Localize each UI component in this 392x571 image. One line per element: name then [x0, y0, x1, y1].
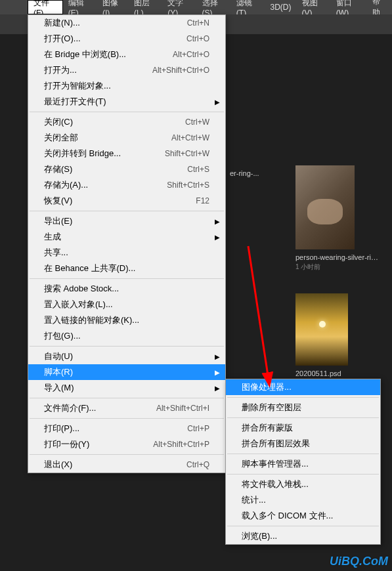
thumb-label: er-ring-... — [230, 169, 269, 177]
thumb-image — [295, 293, 348, 366]
menu-item[interactable]: 导出(E)▶ — [28, 213, 225, 229]
menubar-item[interactable]: 视图(V) — [297, 0, 331, 14]
submenu-arrow-icon: ▶ — [215, 353, 220, 360]
menu-item-shortcut: Ctrl+P — [187, 424, 209, 433]
menu-item-label: 导入(M) — [44, 382, 74, 394]
menu-item-label: 打包(G)... — [44, 330, 81, 342]
menubar-item[interactable]: 帮助 — [367, 0, 392, 14]
menu-item[interactable]: 新建(N)...Ctrl+N — [28, 15, 225, 31]
menu-item-label: 导出(E) — [44, 215, 72, 227]
menu-item-label: 最近打开文件(T) — [44, 96, 106, 108]
menu-item[interactable]: 打开(O)...Ctrl+O — [28, 31, 225, 47]
menu-item-label: 文件简介(F)... — [44, 402, 96, 414]
menu-item-label: 打开为智能对象... — [44, 80, 111, 92]
menu-item-label: 生成 — [44, 231, 61, 243]
menu-item[interactable]: 脚本事件管理器... — [226, 456, 380, 472]
menu-item[interactable]: 打开为智能对象... — [28, 78, 225, 94]
menu-item-shortcut: Ctrl+N — [187, 18, 209, 28]
menu-item-label: 共享... — [44, 247, 68, 259]
menu-item-label: 脚本事件管理器... — [242, 458, 309, 470]
menubar-item[interactable]: 图像(I) — [97, 0, 129, 14]
menu-item-label: 载入多个 DICOM 文件... — [242, 510, 333, 522]
menu-item-label: 在 Bridge 中浏览(B)... — [44, 49, 126, 60]
menu-item[interactable]: 打开为...Alt+Shift+Ctrl+O — [28, 62, 225, 78]
menu-item-label: 关闭并转到 Bridge... — [44, 148, 121, 159]
menu-item[interactable]: 文件简介(F)...Alt+Shift+Ctrl+I — [28, 400, 225, 416]
menu-item-label: 图像处理器... — [242, 381, 292, 393]
menu-separator — [30, 112, 224, 112]
menu-item-label: 打开(O)... — [44, 33, 81, 45]
menu-separator — [227, 454, 379, 454]
recent-file-card[interactable]: er-ring-... — [230, 165, 269, 177]
menu-item-label: 删除所有空图层 — [242, 402, 301, 413]
thumb-time: 1 小时前 — [295, 263, 381, 272]
menu-item[interactable]: 关闭(C)Ctrl+W — [28, 114, 225, 130]
menu-item[interactable]: 自动(U)▶ — [28, 349, 225, 364]
menu-item[interactable]: 关闭全部Alt+Ctrl+W — [28, 130, 225, 146]
menu-item[interactable]: 导入(M)▶ — [28, 380, 225, 396]
menu-item[interactable]: 置入链接的智能对象(K)... — [28, 312, 225, 328]
recent-file-card[interactable]: 20200511.psd 5月 10日, 12:22 中午 — [295, 293, 381, 388]
menu-item[interactable]: 共享... — [28, 245, 225, 261]
menu-item[interactable]: 打印(P)...Ctrl+P — [28, 421, 225, 436]
menu-item-shortcut: Shift+Ctrl+S — [167, 180, 209, 190]
menu-item[interactable]: 置入嵌入对象(L)... — [28, 297, 225, 312]
menu-item-shortcut: Ctrl+W — [185, 117, 209, 127]
menu-item[interactable]: 删除所有空图层 — [226, 400, 380, 415]
menu-separator — [30, 398, 224, 398]
menu-item[interactable]: 存储为(A)...Shift+Ctrl+S — [28, 177, 225, 193]
menu-item[interactable]: 拼合所有图层效果 — [226, 436, 380, 452]
thumb-image — [295, 165, 355, 249]
menubar-item[interactable]: 图层(L) — [129, 0, 162, 14]
menu-item-label: 在 Behance 上共享(D)... — [44, 263, 135, 274]
menu-separator — [227, 526, 379, 526]
menu-item[interactable]: 打包(G)... — [28, 328, 225, 344]
menubar-item[interactable]: 选择(S) — [197, 0, 231, 14]
menu-item-shortcut: Alt+Shift+Ctrl+O — [152, 66, 209, 75]
menu-item-shortcut: Shift+Ctrl+W — [165, 149, 209, 158]
menu-item-label: 打开为... — [44, 64, 77, 76]
menu-item-label: 关闭全部 — [44, 132, 78, 144]
menu-item[interactable]: 打印一份(Y)Alt+Shift+Ctrl+P — [28, 436, 225, 452]
recent-file-card[interactable]: person-wearing-silver-rin... 1 小时前 — [295, 165, 381, 272]
menubar-item[interactable]: 窗口(W) — [331, 0, 367, 14]
menu-item-label: 自动(U) — [44, 350, 73, 362]
menubar-item[interactable]: 滤镜(T) — [231, 0, 265, 14]
menu-item[interactable]: 图像处理器... — [226, 379, 380, 395]
menu-item[interactable]: 脚本(R)▶ — [28, 364, 225, 380]
menu-separator — [227, 397, 379, 398]
menu-item-label: 脚本(R) — [44, 366, 73, 378]
menu-item[interactable]: 载入多个 DICOM 文件... — [226, 508, 380, 524]
menu-item-label: 将文件载入堆栈... — [242, 478, 309, 490]
menu-item-shortcut: Alt+Shift+Ctrl+P — [153, 440, 209, 449]
menu-item-shortcut: F12 — [196, 196, 209, 205]
menu-item[interactable]: 在 Behance 上共享(D)... — [28, 261, 225, 276]
submenu-arrow-icon: ▶ — [215, 98, 220, 106]
menu-item[interactable]: 关闭并转到 Bridge...Shift+Ctrl+W — [28, 146, 225, 161]
menubar-item[interactable]: 文件(F) — [28, 0, 63, 14]
menu-item[interactable]: 统计... — [226, 492, 380, 508]
menu-item[interactable]: 浏览(B)... — [226, 528, 380, 544]
menubar: 文件(F)编辑(E)图像(I)图层(L)文字(Y)选择(S)滤镜(T)3D(D)… — [0, 0, 392, 14]
menu-item[interactable]: 将文件载入堆栈... — [226, 476, 380, 492]
menu-item[interactable]: 恢复(V)F12 — [28, 193, 225, 209]
menubar-item[interactable]: 3D(D) — [265, 0, 297, 14]
menu-separator — [30, 454, 224, 455]
submenu-arrow-icon: ▶ — [215, 218, 220, 225]
thumb-label: person-wearing-silver-rin... — [295, 253, 381, 261]
menu-item[interactable]: 拼合所有蒙版 — [226, 420, 380, 436]
menu-item-label: 存储(S) — [44, 163, 72, 175]
menubar-item[interactable]: 文字(Y) — [162, 0, 196, 14]
menu-separator — [227, 417, 379, 418]
menubar-item[interactable]: 编辑(E) — [63, 0, 97, 14]
menu-item[interactable]: 搜索 Adobe Stock... — [28, 281, 225, 297]
menu-separator — [227, 474, 379, 475]
menu-item[interactable]: 存储(S)Ctrl+S — [28, 161, 225, 177]
watermark: UiBQ.CoM — [330, 555, 388, 568]
scripts-submenu: 图像处理器...删除所有空图层拼合所有蒙版拼合所有图层效果脚本事件管理器...将… — [225, 379, 381, 545]
menu-item-label: 存储为(A)... — [44, 179, 88, 191]
menu-item[interactable]: 最近打开文件(T)▶ — [28, 94, 225, 110]
menu-item[interactable]: 退出(X)Ctrl+Q — [28, 457, 225, 473]
menu-item[interactable]: 在 Bridge 中浏览(B)...Alt+Ctrl+O — [28, 47, 225, 62]
menu-item[interactable]: 生成▶ — [28, 229, 225, 245]
